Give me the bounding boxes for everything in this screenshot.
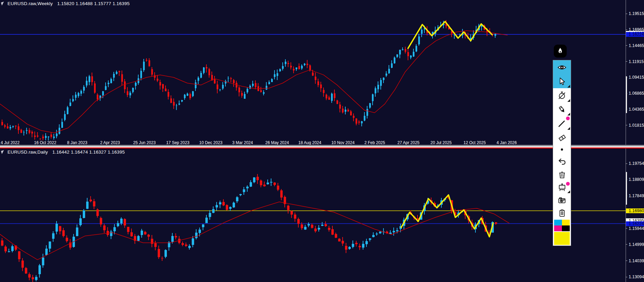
eye-tool-button[interactable] — [553, 60, 571, 74]
marker-tool-button[interactable] — [553, 103, 571, 116]
clipboard-button[interactable] — [553, 206, 571, 219]
undo-arrow-icon — [557, 157, 567, 166]
weekly-axis-tick — [626, 93, 627, 94]
weekly-axis-tick — [626, 125, 627, 125]
stopwatch-off-icon — [557, 91, 566, 100]
cmyk-swatch-icon — [554, 220, 570, 231]
weekly-axis-label: 1.19515 — [629, 11, 644, 16]
cursor-tool-button[interactable] — [553, 74, 571, 88]
delete-objects-button[interactable] — [553, 169, 571, 181]
weekly-axis-label: 1.04365 — [629, 107, 644, 112]
trading-terminal: EURUSD.raw,Weekly 1.15820 1.16488 1.1577… — [0, 0, 644, 282]
weekly-axis-tick — [626, 77, 627, 78]
submenu-corner-icon — [567, 190, 570, 193]
current-color-button[interactable] — [553, 231, 571, 246]
time-axis-label: 20 Jul 2025 — [430, 140, 452, 145]
submenu-corner-icon — [567, 85, 570, 88]
daily-axis-tick — [626, 228, 627, 229]
daily-axis-tick — [626, 244, 627, 245]
time-axis-label: 12 Oct 2025 — [464, 140, 486, 145]
chart-expand-icon[interactable] — [1, 150, 5, 154]
marker-pen-icon — [557, 105, 566, 114]
point-tool-button[interactable] — [553, 145, 571, 154]
weekly-axis-tick — [626, 45, 627, 46]
daily-axis-label: 1.13094 — [629, 275, 644, 279]
screenshot-button[interactable] — [553, 194, 571, 206]
daily-axis-label: 1.14039 — [629, 258, 644, 263]
weekly-zigzag-line[interactable] — [408, 21, 492, 48]
time-axis-label: 2 Feb 2025 — [364, 140, 385, 145]
pink-dot-badge — [566, 182, 570, 186]
daily-ohlc-values: 1.16442 1.16474 1.16327 1.16395 — [52, 150, 125, 155]
time-axis-label: 10 Dec 2023 — [199, 140, 222, 145]
daily-symbol-timeframe: EURUSD.raw,Daily — [7, 150, 48, 155]
pen-nib-icon — [556, 47, 564, 55]
active-window-border — [0, 147, 644, 148]
weekly-axis-tick — [626, 30, 627, 30]
daily-bid-price-marker: 1.16224 — [626, 221, 644, 226]
daily-axis-scale-indicator — [626, 172, 627, 205]
weekly-axis-tick — [626, 14, 627, 14]
line-tool-icon — [557, 119, 566, 128]
trash-icon — [558, 171, 566, 179]
time-axis-label: 8 Jan 2023 — [67, 140, 87, 145]
current-color-swatch — [554, 232, 570, 245]
weekly-axis-label: 1.06865 — [629, 91, 644, 96]
daily-zigzag-line[interactable] — [401, 195, 493, 237]
submenu-corner-icon — [567, 127, 570, 130]
undo-button[interactable] — [553, 154, 571, 169]
daily-axis-label: 1.14999 — [629, 242, 644, 247]
chart-expand-icon[interactable] — [1, 2, 5, 5]
time-axis-label: 3 Mar 2024 — [232, 140, 253, 145]
daily-chart-canvas[interactable] — [0, 148, 626, 282]
daily-chart-title: EURUSD.raw,Daily 1.16442 1.16474 1.16327… — [1, 150, 125, 155]
eye-icon — [557, 63, 567, 72]
weekly-axis-label: 1.11915 — [629, 59, 644, 64]
weekly-axis-label: 1.01815 — [629, 123, 644, 128]
daily-axis-tick — [626, 196, 627, 196]
weekly-ma-line[interactable] — [0, 31, 507, 133]
weekly-symbol-timeframe: EURUSD.raw,Weekly — [7, 1, 53, 6]
eraser-tool-button[interactable] — [553, 130, 571, 145]
weekly-ohlc-values: 1.15820 1.16488 1.15777 1.16395 — [57, 1, 130, 6]
submenu-corner-icon — [567, 99, 570, 102]
line-tool-button[interactable] — [553, 116, 571, 130]
window-separator[interactable] — [0, 145, 644, 147]
daily-axis-tick — [626, 277, 627, 277]
pink-dot-badge — [566, 116, 570, 120]
weekly-chart-title: EURUSD.raw,Weekly 1.15820 1.16488 1.1577… — [1, 1, 130, 6]
time-axis-label: 4 Jul 2022 — [1, 140, 19, 145]
time-axis-label: 18 Aug 2024 — [298, 140, 321, 145]
eraser-icon — [557, 133, 567, 142]
time-axis-label: 4 Jan 2026 — [497, 140, 517, 145]
time-axis-label: 2 Apr 2023 — [100, 140, 120, 145]
camera-icon — [557, 196, 566, 205]
weekly-axis-label: 1.14465 — [629, 43, 644, 48]
cursor-arrow-icon — [557, 77, 566, 86]
time-axis-label: 17 Sep 2023 — [166, 140, 189, 145]
time-axis-label: 27 Apr 2025 — [397, 140, 420, 145]
weekly-chart-canvas[interactable] — [0, 0, 626, 140]
daily-yellow-level-marker: 1.16980 — [626, 208, 644, 213]
daily-axis-label: 1.18809 — [629, 177, 644, 182]
pen-tool-button[interactable] — [554, 45, 567, 58]
daily-axis-tick — [626, 163, 627, 164]
weekly-axis-label: 1.09415 — [629, 75, 644, 80]
time-axis-label: 25 Jun 2023 — [133, 140, 156, 145]
weekly-axis-tick — [626, 61, 627, 62]
time-axis-label: 10 Nov 2024 — [331, 140, 355, 145]
daily-price-axis-border — [626, 148, 626, 282]
daily-axis-tick — [626, 179, 627, 180]
drawing-toolbar — [553, 60, 571, 246]
weekly-price-axis-border — [626, 0, 626, 145]
weekly-axis-tick — [626, 109, 627, 109]
daily-axis-label: 1.19754 — [629, 161, 644, 166]
color-palette-button[interactable] — [553, 219, 571, 231]
whiteboard-tool-button[interactable] — [553, 181, 571, 194]
daily-axis-label: 1.17849 — [629, 193, 644, 198]
dot-icon — [560, 147, 564, 152]
stopwatch-off-tool-button[interactable] — [553, 88, 571, 103]
weekly-bid-price-marker: 1.16224 — [626, 32, 644, 37]
whiteboard-easel-icon — [557, 183, 567, 192]
clipboard-icon — [558, 209, 566, 217]
